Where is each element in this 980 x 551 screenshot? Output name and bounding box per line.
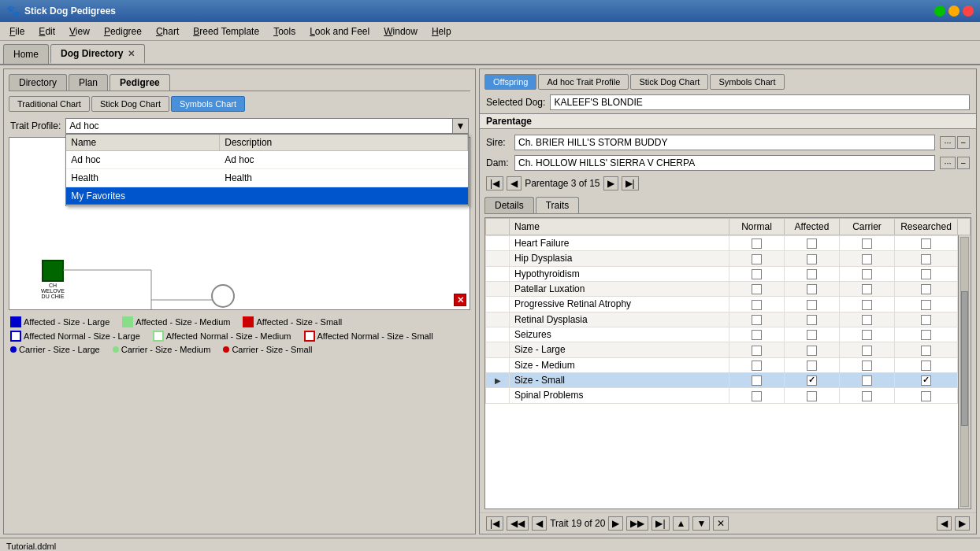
tab-dog-directory[interactable]: Dog Directory ✕	[50, 44, 145, 64]
trait-normal-cell[interactable]	[729, 266, 785, 281]
trait-normal-cell[interactable]	[729, 236, 785, 251]
trait-normal-cell[interactable]	[729, 357, 785, 372]
trait-normal-cell[interactable]	[729, 327, 785, 342]
trait-affected-cell[interactable]	[785, 236, 840, 251]
dam-minus-button[interactable]: −	[957, 157, 970, 169]
trait-affected-cell[interactable]	[785, 357, 840, 372]
trait-carrier-cell[interactable]	[840, 327, 895, 342]
menu-tools[interactable]: Tools	[267, 24, 302, 39]
tab-close-icon[interactable]: ✕	[128, 49, 135, 59]
right-tab-adhoc[interactable]: Ad hoc Trait Profile	[538, 74, 629, 90]
trait-researched-cell[interactable]	[895, 388, 958, 403]
minimize-button[interactable]	[934, 6, 945, 17]
trait-researched-cell[interactable]	[895, 357, 958, 372]
trait-nav-scroll-left[interactable]: ◀	[937, 516, 952, 531]
trait-affected-cell[interactable]	[785, 251, 840, 266]
dropdown-option-health[interactable]: Health Health	[66, 169, 468, 187]
table-row[interactable]: Spinal Problems	[486, 388, 958, 403]
traits-scroll-area[interactable]: Heart FailureHip DysplasiaHypothyroidism…	[485, 235, 958, 508]
trait-researched-cell[interactable]	[895, 342, 958, 357]
trait-nav-scroll-right[interactable]: ▶	[955, 516, 970, 531]
trait-researched-cell[interactable]	[895, 251, 958, 266]
close-chart-button[interactable]: ✕	[454, 294, 466, 306]
trait-nav-up[interactable]: ▲	[673, 516, 690, 531]
chart-tab-symbols[interactable]: Symbols Chart	[171, 96, 245, 112]
trait-researched-cell[interactable]	[895, 236, 958, 251]
subtab-pedigree[interactable]: Pedigree	[110, 74, 170, 91]
table-row[interactable]: Heart Failure	[486, 236, 958, 251]
trait-affected-cell[interactable]	[785, 281, 840, 296]
menu-breed-template[interactable]: Breed Template	[187, 24, 265, 39]
nav-next-button[interactable]: ▶	[603, 176, 618, 190]
menu-window[interactable]: Window	[377, 24, 424, 39]
dropdown-option-adhoc[interactable]: Ad hoc Ad hoc	[66, 151, 468, 169]
trait-affected-cell[interactable]	[785, 266, 840, 281]
trait-normal-cell[interactable]	[729, 281, 785, 296]
menu-view[interactable]: View	[63, 24, 96, 39]
trait-researched-cell[interactable]	[895, 327, 958, 342]
trait-carrier-cell[interactable]	[840, 342, 895, 357]
trait-normal-cell[interactable]	[729, 312, 785, 327]
table-row[interactable]: Retinal Dysplasia	[486, 312, 958, 327]
trait-affected-cell[interactable]	[785, 327, 840, 342]
detail-tab-details[interactable]: Details	[484, 197, 534, 213]
traits-scrollbar[interactable]	[958, 235, 971, 508]
table-row[interactable]: Size - Medium	[486, 357, 958, 372]
table-row[interactable]: Seizures	[486, 327, 958, 342]
trait-researched-cell[interactable]: ✓	[895, 372, 958, 387]
trait-carrier-cell[interactable]	[840, 312, 895, 327]
menu-chart[interactable]: Chart	[150, 24, 185, 39]
menu-pedigree[interactable]: Pedigree	[98, 24, 148, 39]
right-tab-offspring[interactable]: Offspring	[484, 74, 536, 90]
maximize-button[interactable]	[948, 6, 960, 17]
trait-affected-cell[interactable]	[785, 388, 840, 403]
dam-dots-button[interactable]: ···	[940, 157, 955, 169]
trait-affected-cell[interactable]	[785, 312, 840, 327]
menu-file[interactable]: File	[3, 24, 31, 39]
trait-carrier-cell[interactable]	[840, 357, 895, 372]
right-tab-symbols[interactable]: Symbols Chart	[710, 74, 784, 90]
dropdown-option-myfavorites[interactable]: My Favorites	[66, 187, 468, 205]
trait-carrier-cell[interactable]	[840, 281, 895, 296]
trait-normal-cell[interactable]	[729, 251, 785, 266]
trait-nav-last[interactable]: ▶|	[651, 516, 669, 531]
trait-normal-cell[interactable]	[729, 372, 785, 387]
trait-researched-cell[interactable]	[895, 281, 958, 296]
expand-cell[interactable]: ▶	[486, 372, 510, 387]
trait-profile-dropdown-arrow[interactable]: ▼	[452, 119, 468, 133]
trait-nav-down[interactable]: ▼	[692, 516, 710, 531]
trait-affected-cell[interactable]: ✓	[785, 372, 840, 387]
trait-normal-cell[interactable]	[729, 388, 785, 403]
trait-carrier-cell[interactable]	[840, 372, 895, 387]
menu-help[interactable]: Help	[425, 24, 458, 39]
menu-look-and-feel[interactable]: Look and Feel	[303, 24, 376, 39]
table-row[interactable]: Hypothyroidism	[486, 266, 958, 281]
trait-nav-next2[interactable]: ▶▶	[626, 516, 648, 531]
chart-tab-traditional[interactable]: Traditional Chart	[9, 96, 90, 112]
trait-nav-close[interactable]: ✕	[713, 516, 729, 531]
table-row[interactable]: Hip Dysplasia	[486, 251, 958, 266]
trait-researched-cell[interactable]	[895, 266, 958, 281]
trait-nav-prev[interactable]: ◀	[532, 516, 547, 531]
nav-last-button[interactable]: ▶|	[622, 176, 639, 190]
trait-carrier-cell[interactable]	[840, 388, 895, 403]
table-row[interactable]: ▶Size - Small✓✓	[486, 372, 958, 387]
scrollbar-thumb[interactable]	[961, 291, 968, 426]
trait-nav-next[interactable]: ▶	[608, 516, 623, 531]
trait-nav-prev2[interactable]: ◀◀	[507, 516, 529, 531]
trait-normal-cell[interactable]	[729, 342, 785, 357]
trait-researched-cell[interactable]	[895, 312, 958, 327]
menu-edit[interactable]: Edit	[32, 24, 61, 39]
table-row[interactable]: Size - Large	[486, 342, 958, 357]
trait-nav-first[interactable]: |◀	[486, 516, 503, 531]
trait-carrier-cell[interactable]	[840, 266, 895, 281]
trait-carrier-cell[interactable]	[840, 236, 895, 251]
trait-normal-cell[interactable]	[729, 297, 785, 312]
close-button[interactable]	[963, 6, 974, 17]
trait-carrier-cell[interactable]	[840, 297, 895, 312]
sire-dots-button[interactable]: ···	[940, 136, 955, 149]
sire-minus-button[interactable]: −	[957, 136, 970, 149]
trait-researched-cell[interactable]	[895, 297, 958, 312]
table-row[interactable]: Progressive Retinal Atrophy	[486, 297, 958, 312]
trait-affected-cell[interactable]	[785, 297, 840, 312]
